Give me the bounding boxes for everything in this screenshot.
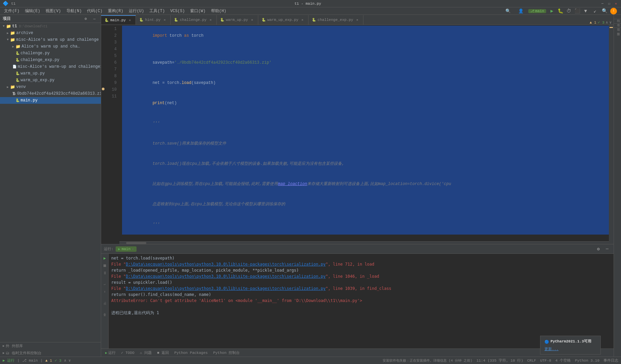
- tree-item-venv[interactable]: ▶ 📁 venv: [0, 84, 101, 90]
- menu-navigate[interactable]: 导航(N): [64, 7, 85, 14]
- right-panel-notifications[interactable]: 通知: [614, 24, 621, 28]
- status-up-down[interactable]: ∧ ∨: [64, 358, 71, 363]
- status-crlf[interactable]: CRLF: [527, 359, 536, 363]
- tab-close-warmup[interactable]: ✕: [250, 18, 255, 22]
- user-icon[interactable]: 👤: [515, 8, 526, 14]
- tab-warmup[interactable]: 🐍 warm_up.py ✕: [217, 15, 258, 25]
- scratch-files-item[interactable]: ▶ 🗂 临时文件和控制台: [0, 350, 101, 357]
- status-python-version[interactable]: Python 3.10: [575, 359, 599, 363]
- status-position[interactable]: 11:4 (335 字符, 10 行): [476, 358, 523, 363]
- status-indent[interactable]: 4 个空格: [555, 358, 571, 363]
- horizontal-scrollbar[interactable]: [119, 241, 609, 244]
- tab-close-main[interactable]: ✕: [127, 18, 132, 23]
- vcs-update-button[interactable]: ↙: [591, 7, 599, 15]
- tree-item-t1[interactable]: ▼ 📁 t1 D:\Download\t1: [0, 23, 101, 30]
- error-link-1[interactable]: D:\Data\secquan\tools\python\python3.10.…: [126, 262, 325, 267]
- run-rerun-button[interactable]: ▶: [102, 255, 108, 261]
- tree-label-challenge: challenge.py: [21, 51, 50, 56]
- maximize-button[interactable]: ☐: [607, 1, 612, 6]
- search-everywhere-icon[interactable]: 🔍: [503, 8, 513, 14]
- bottom-tab-console[interactable]: Python 控制台: [211, 350, 242, 356]
- sidebar-collapse-icon[interactable]: —: [91, 15, 98, 23]
- menu-help[interactable]: 帮助(H): [208, 7, 229, 14]
- run-tab-close-icon[interactable]: ✕: [132, 247, 134, 251]
- bottom-tab-todo[interactable]: ✓ TODO: [119, 350, 137, 356]
- bottom-tab-run[interactable]: ▶ 运行: [103, 350, 118, 356]
- tree-item-archive[interactable]: ▶ 📁 archive: [0, 30, 101, 36]
- tree-item-warmup[interactable]: ▶ 🐍 warm_up.py: [0, 70, 101, 77]
- tab-warmup-exp[interactable]: 🐍 warm_up_exp.py ✕: [258, 15, 308, 25]
- run-collapse-icon[interactable]: —: [603, 245, 611, 253]
- code-editor[interactable]: 1 2 3 4 5 6 7 8 9 10 11 import torch as …: [101, 25, 614, 244]
- tree-item-zip[interactable]: ▶ 🗜 0bdb74e42cdf4a42923ccf40d2a66313.zip: [0, 90, 101, 97]
- minimize-button[interactable]: —: [600, 1, 605, 6]
- tab-challenge-py[interactable]: 🐍 challenge.py ✕: [171, 15, 216, 25]
- code-area[interactable]: import torch as torch savepath='./0bdb74…: [119, 25, 609, 244]
- bottom-tab-problems[interactable]: ⚠ 问题: [138, 350, 154, 356]
- editor-indicator-bar: [609, 25, 614, 244]
- error-link-2[interactable]: D:\Data\secquan\tools\python\python3.10.…: [126, 274, 325, 279]
- error-link-3[interactable]: D:\Data\secquan\tools\python\python3.10.…: [126, 286, 325, 291]
- bottom-tab-packages[interactable]: Python Packages: [172, 350, 210, 356]
- debug-button[interactable]: 🐛: [557, 7, 564, 15]
- up-arrow[interactable]: ∧: [606, 20, 608, 25]
- external-libs-item[interactable]: ▶ 外 外部库: [0, 342, 101, 350]
- run-scroll-end-button[interactable]: ⬇: [102, 289, 108, 295]
- right-panel-structure[interactable]: 结构: [614, 15, 621, 19]
- menu-file[interactable]: 文件(F): [1, 7, 22, 14]
- menu-edit[interactable]: 编辑(E): [22, 7, 43, 14]
- run-main-tab[interactable]: ▶ main ✕: [116, 246, 137, 252]
- profile-button[interactable]: ⏱: [565, 7, 572, 15]
- tab-main-py[interactable]: 🐍 main.py ✕: [101, 15, 136, 25]
- menu-window[interactable]: 窗口(W): [187, 7, 208, 14]
- tree-item-warmup-exp[interactable]: ▶ 🐍 warm_up_exp.py: [0, 77, 101, 84]
- code-line-5: print(net): [122, 93, 609, 113]
- tab-close-hint[interactable]: ✕: [162, 18, 167, 22]
- menu-tools[interactable]: 工具(T): [147, 7, 168, 14]
- run-settings-icon[interactable]: ⚙: [595, 245, 602, 253]
- tab-hint-py[interactable]: 🐍 hint.py ✕: [136, 15, 171, 25]
- more-run-button[interactable]: ▼: [582, 7, 589, 15]
- run-wrap-button[interactable]: ↩: [102, 281, 108, 287]
- search-global-button[interactable]: 🔍: [601, 7, 608, 15]
- run-button[interactable]: ▶: [548, 7, 556, 15]
- run-stop-button[interactable]: ⏹: [102, 263, 108, 269]
- tree-item-misc[interactable]: ▼ 📁 misc-Alice's warm up and challenge: [0, 36, 101, 43]
- notification-update-link[interactable]: 更新...: [544, 347, 559, 351]
- menu-code[interactable]: 代码(C): [84, 7, 105, 14]
- run-clear-button[interactable]: 🗑: [102, 312, 108, 318]
- tab-challenge-exp[interactable]: 🐍 challenge_exp.py ✕: [308, 15, 363, 25]
- run-label: 运行:: [104, 246, 114, 251]
- tree-item-challenge-py[interactable]: ▶ 🐍 challenge.py: [0, 50, 101, 57]
- status-vcs[interactable]: ⎇ main: [22, 358, 38, 363]
- right-panel-bookmarks[interactable]: 书签: [614, 19, 621, 24]
- scrollbar-thumb-h: [126, 242, 146, 244]
- tree-item-misc-pdf[interactable]: ▶ 📄 misc-Alice's warm-up and challenge1.…: [0, 63, 101, 70]
- gutter-line-2: [101, 32, 106, 38]
- notification-badge[interactable]: !: [610, 8, 617, 14]
- tree-item-alice[interactable]: ▶ 📁 Alice's warm up and challenge-from D…: [0, 43, 101, 50]
- down-arrow[interactable]: ∨: [609, 20, 612, 25]
- menu-vcs[interactable]: VCS(S): [168, 8, 187, 14]
- run-pause-button[interactable]: ⏸: [102, 270, 108, 276]
- run-print-button[interactable]: 🖨: [102, 300, 108, 306]
- right-panel-database[interactable]: 数据库: [614, 28, 621, 32]
- tree-item-main-py[interactable]: ▶ 🐍 main.py: [0, 97, 101, 104]
- menu-refactor[interactable]: 重构(R): [105, 7, 126, 14]
- folder-icon-archive: 📁: [10, 31, 15, 36]
- bottom-tab-return[interactable]: ■ 返回: [155, 350, 171, 356]
- menu-view[interactable]: 视图(V): [43, 7, 64, 14]
- sidebar-gear-icon[interactable]: ⚙: [82, 15, 89, 23]
- tree-item-challenge-exp[interactable]: ▶ 🐍 challenge_exp.py: [0, 57, 101, 63]
- close-button[interactable]: ✕: [614, 1, 618, 6]
- tab-close-challenge-exp[interactable]: ✕: [355, 18, 360, 22]
- coverage-button[interactable]: ⬛: [573, 7, 581, 15]
- status-encoding[interactable]: UTF-8: [540, 359, 551, 363]
- status-event-log[interactable]: 事件日志: [603, 358, 618, 363]
- git-branch-indicator[interactable]: ⎇ main: [528, 9, 546, 13]
- tab-close-warmup-exp[interactable]: ✕: [300, 18, 305, 22]
- code-line-11: ''': [122, 214, 609, 235]
- status-run-icon[interactable]: ▶ 运行: [3, 358, 14, 363]
- tab-close-challenge[interactable]: ✕: [208, 18, 213, 22]
- menu-run[interactable]: 运行(U): [126, 7, 147, 14]
